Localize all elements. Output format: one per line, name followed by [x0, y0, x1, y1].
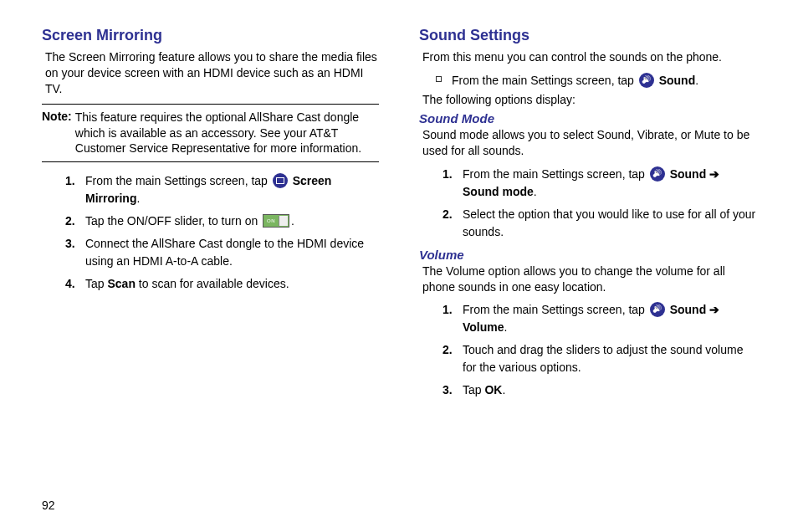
sound-settings-intro: From this menu you can control the sound… [422, 49, 756, 65]
left-column: Screen Mirroring The Screen Mirroring fe… [42, 27, 379, 406]
step-number: 2. [65, 212, 85, 230]
step-text: Touch and drag the sliders to adjust the… [463, 341, 756, 376]
screen-mirroring-intro: The Screen Mirroring feature allows you … [45, 49, 379, 97]
note-label: Note: [42, 110, 75, 157]
right-column: Sound Settings From this menu you can co… [419, 27, 756, 406]
on-off-toggle-icon [263, 214, 289, 228]
page-number: 92 [42, 499, 55, 512]
sound-icon [650, 166, 665, 182]
screen-mirroring-icon [273, 173, 288, 188]
step-text: Tap OK. [463, 381, 756, 399]
step-text: From the main Settings screen, tap Sound… [463, 301, 756, 336]
sound-icon [650, 302, 665, 317]
two-column-layout: Screen Mirroring The Screen Mirroring fe… [42, 27, 756, 406]
step-number: 3. [65, 235, 85, 270]
sound-mode-intro: Sound mode allows you to select Sound, V… [422, 127, 756, 159]
step-text: From the main Settings screen, tap Scree… [85, 172, 379, 207]
step-text: Select the option that you would like to… [463, 206, 756, 241]
screen-mirroring-steps: 1. From the main Settings screen, tap Sc… [42, 172, 379, 293]
step-text: Tap the ON/OFF slider, to turn on . [85, 212, 379, 230]
note-block: Note: This feature requires the optional… [42, 104, 379, 163]
step-number: 2. [442, 206, 463, 241]
step-number: 2. [442, 341, 463, 376]
bullet-text: From the main Settings screen, tap Sound… [452, 72, 698, 90]
step-number: 1. [442, 301, 463, 336]
step-text: Tap Scan to scan for available devices. [85, 275, 379, 293]
step-number: 4. [65, 275, 85, 293]
step-text: From the main Settings screen, tap Sound… [463, 166, 756, 201]
sound-icon [639, 73, 654, 88]
screen-mirroring-heading: Screen Mirroring [42, 27, 379, 44]
sound-mode-steps: 1. From the main Settings screen, tap So… [419, 166, 756, 241]
volume-heading: Volume [419, 248, 756, 262]
step-number: 1. [442, 166, 463, 201]
square-bullet-icon [436, 76, 442, 82]
bullet-item: From the main Settings screen, tap Sound… [436, 72, 756, 90]
step-number: 3. [442, 381, 463, 399]
volume-steps: 1. From the main Settings screen, tap So… [419, 301, 756, 399]
step-text: Connect the AllShare Cast dongle to the … [85, 235, 379, 270]
step-number: 1. [65, 172, 85, 207]
volume-intro: The Volume option allows you to change t… [422, 263, 756, 295]
sound-mode-heading: Sound Mode [419, 111, 756, 125]
following-text: The following options display: [422, 93, 756, 106]
note-text: This feature requires the optional AllSh… [75, 110, 379, 157]
sound-settings-heading: Sound Settings [419, 27, 756, 44]
